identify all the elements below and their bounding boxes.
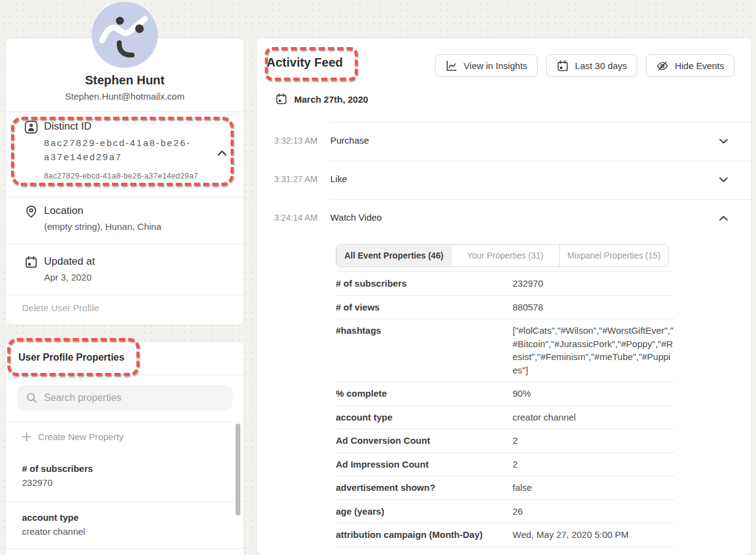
view-in-insights-label: View in Insights <box>464 61 527 71</box>
event-property-value: ["#lolCats","#Wilson","#WorstGiftEver","… <box>513 324 675 377</box>
event-property-value: 880578 <box>513 301 675 314</box>
divider <box>6 422 243 422</box>
divider <box>6 375 243 375</box>
date-range-button[interactable]: Last 30 days <box>546 54 637 77</box>
event-property-value: 2 <box>513 434 675 447</box>
event-properties-tabs: All Event Properties (46) Your Propertie… <box>336 244 669 267</box>
hide-events-button[interactable]: Hide Events <box>646 54 735 77</box>
event-properties-tab[interactable]: Mixpanel Properties (15) <box>559 244 668 266</box>
event-property-value: 2 <box>513 458 675 471</box>
chevron-up-icon[interactable] <box>217 149 228 156</box>
tab-label: All Event Properties (46) <box>344 251 443 260</box>
user-profile-properties-card: User Profile Properties Create New Prope… <box>6 342 243 555</box>
event-property-name: age (years) <box>336 505 513 518</box>
event-property-row: age (years) 26 <box>336 500 675 524</box>
event-detail-panel: All Event Properties (46) Your Propertie… <box>336 244 675 555</box>
distinct-id-icon <box>24 120 38 134</box>
date-group-label: March 27th, 2020 <box>294 94 368 105</box>
location-value: (empty string), Hunan, China <box>44 221 161 232</box>
event-properties-tab[interactable]: All Event Properties (46) <box>336 244 451 266</box>
event-property-value: false <box>513 481 675 494</box>
create-new-property-button[interactable]: Create New Property <box>22 432 124 442</box>
view-in-insights-button[interactable]: View in Insights <box>435 54 538 77</box>
user-profile-properties-title: User Profile Properties <box>18 352 124 363</box>
divider <box>6 295 243 295</box>
date-range-label: Last 30 days <box>575 61 627 71</box>
event-time: 3:31:27 AM <box>274 174 317 184</box>
event-property-value: 26 <box>513 505 675 518</box>
event-property-name: Ad Impression Count <box>336 458 513 471</box>
event-row[interactable]: 3:32:13 AM Purchase <box>257 122 751 161</box>
event-name: Like <box>330 174 347 184</box>
event-property-name: account type <box>336 411 513 424</box>
calendar-icon <box>275 93 287 105</box>
property-name: account type <box>22 512 79 523</box>
event-property-name: attribution channel <box>336 552 513 555</box>
event-property-value: 232970 <box>513 277 675 290</box>
search-icon <box>26 392 38 404</box>
property-value: creator channel <box>22 526 85 537</box>
event-property-name: advertisement shown? <box>336 481 513 494</box>
event-property-row: advertisement shown? false <box>336 476 675 500</box>
event-property-row: % complete 90% <box>336 382 675 406</box>
event-property-row: attribution channel Facebook <box>336 547 675 555</box>
distinct-id-copy-value[interactable]: 8ac27829-ebcd-41a8-be26-a37e14ed29a7 <box>44 172 198 180</box>
event-property-row: account type creator channel <box>336 406 675 430</box>
tab-label: Mixpanel Properties (15) <box>567 251 661 260</box>
event-property-name: % complete <box>336 387 513 400</box>
calendar-icon <box>557 60 569 72</box>
chevron-down-icon[interactable] <box>719 216 728 221</box>
user-name: Stephen Hunt <box>6 73 243 87</box>
scrollbar-thumb[interactable] <box>235 424 240 515</box>
event-property-name: #hashtags <box>336 324 513 377</box>
event-property-name: Ad Conversion Count <box>336 434 513 447</box>
event-property-row: # of subscribers 232970 <box>336 272 675 296</box>
divider <box>6 548 243 549</box>
divider <box>6 244 243 244</box>
activity-feed-card: Activity Feed View in Insights Last 30 d… <box>257 39 751 555</box>
distinct-id-value: 8ac27829-ebcd-41a8-be26-a37e14ed29a7 <box>44 136 214 164</box>
event-list: 3:32:13 AM Purchase 3:31:27 AM Like 3:24… <box>257 122 751 238</box>
chevron-down-icon[interactable] <box>719 139 728 144</box>
event-row[interactable]: 3:31:27 AM Like <box>257 161 751 199</box>
line-chart-icon <box>445 60 458 72</box>
event-property-row: attribution campaign (Month-Day) Wed, Ma… <box>336 523 675 547</box>
distinct-id-label: Distinct ID <box>44 120 91 133</box>
event-time: 3:32:13 AM <box>274 136 317 145</box>
plus-icon <box>22 432 31 441</box>
event-properties-table: # of subscribers 232970 # of views 88057… <box>336 271 675 555</box>
tab-label: Your Properties (31) <box>467 251 544 260</box>
event-property-row: Ad Impression Count 2 <box>336 453 675 477</box>
calendar-icon <box>24 255 38 269</box>
event-property-value: Facebook <box>513 552 675 555</box>
date-group-header: March 27th, 2020 <box>275 93 368 105</box>
activity-feed-title: Activity Feed <box>267 56 343 70</box>
user-email: Stephen.Hunt@hotmailx.com <box>6 91 243 101</box>
event-property-name: attribution campaign (Month-Day) <box>336 528 513 542</box>
event-property-value: Wed, May 27, 2020 5:00 PM <box>513 528 675 542</box>
event-property-row: # of views 880578 <box>336 296 675 320</box>
property-name: # of subscribers <box>22 463 93 474</box>
event-properties-tab[interactable]: Your Properties (31) <box>451 244 560 266</box>
chevron-down-icon[interactable] <box>719 177 728 182</box>
event-row[interactable]: 3:24:14 AM Watch Video <box>257 199 751 238</box>
divider <box>6 501 243 502</box>
location-label: Location <box>44 205 83 217</box>
user-profile-card: Stephen Hunt Stephen.Hunt@hotmailx.com D… <box>6 39 243 325</box>
create-new-property-label: Create New Property <box>38 432 124 442</box>
location-pin-icon <box>24 205 38 218</box>
search-properties-box[interactable] <box>17 385 232 411</box>
feed-toolbar: View in Insights Last 30 days Hide Event… <box>435 54 735 77</box>
event-property-name: # of subscribers <box>336 277 513 290</box>
event-property-row: #hashtags ["#lolCats","#Wilson","#WorstG… <box>336 319 675 382</box>
eye-off-icon <box>656 60 669 72</box>
divider <box>6 111 243 112</box>
divider <box>6 197 243 197</box>
delete-user-profile-button[interactable]: Delete User Profile <box>22 303 99 313</box>
search-properties-input[interactable] <box>44 392 224 403</box>
event-name: Purchase <box>330 135 369 145</box>
property-value: 232970 <box>22 477 53 488</box>
updated-at-value: Apr 3, 2020 <box>44 272 92 282</box>
updated-at-label: Updated at <box>44 255 95 268</box>
event-property-value: 90% <box>513 387 675 400</box>
